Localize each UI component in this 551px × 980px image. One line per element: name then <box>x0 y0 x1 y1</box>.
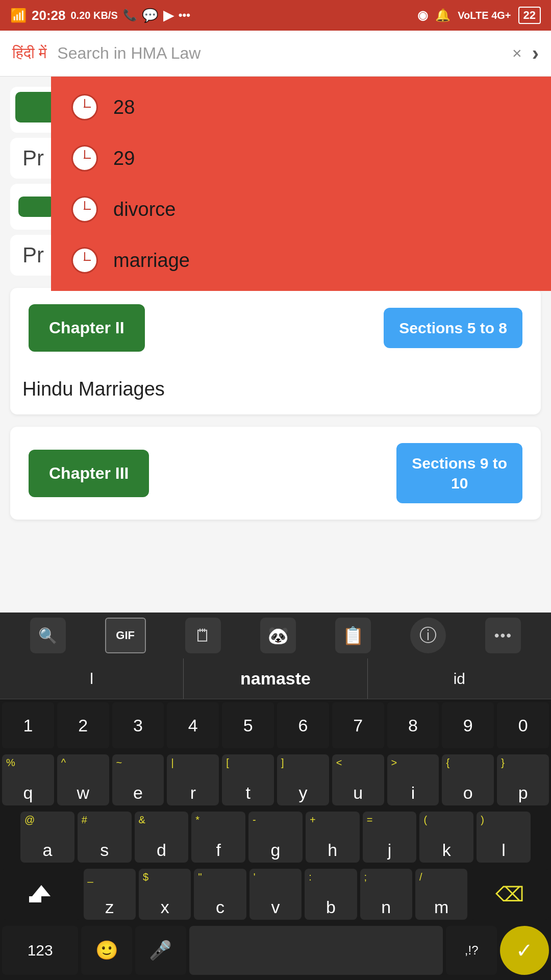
call-icon: 📞 <box>123 9 137 22</box>
key-0[interactable]: 0 <box>497 702 549 748</box>
chapter-iii-header-row: Chapter III Sections 9 to10 <box>10 427 541 520</box>
key-o[interactable]: {o <box>442 754 494 805</box>
key-n[interactable]: ;n <box>360 869 412 920</box>
key-e[interactable]: ~e <box>112 754 164 805</box>
panda-toolbar-icon[interactable]: 🐼 <box>260 618 296 653</box>
more-icon: ••• <box>179 9 190 22</box>
shift-key[interactable] <box>2 869 81 920</box>
suggestion-28[interactable]: 28 <box>51 82 551 133</box>
bluetooth-icon: ◉ <box>417 8 428 22</box>
key-v[interactable]: 'v <box>249 869 302 920</box>
mic-key[interactable]: 🎤 <box>135 926 186 975</box>
qwerty-row: %q ^w ~e |r [t ]y <u >i {o }p <box>0 751 551 808</box>
keyboard-toolbar: 🔍 GIF 🗒 🐼 📋 ⓘ ••• <box>0 612 551 658</box>
chapter-ii-header-row: Chapter II Sections 5 to 8 <box>10 288 541 368</box>
info-toolbar-icon[interactable]: ⓘ <box>410 618 446 653</box>
sticker-toolbar-icon[interactable]: 🗒 <box>185 618 221 653</box>
key-y[interactable]: ]y <box>277 754 329 805</box>
key-g[interactable]: -g <box>248 812 303 863</box>
key-7[interactable]: 7 <box>332 702 384 748</box>
youtube-icon: ▶ <box>163 8 173 23</box>
key-t[interactable]: [t <box>222 754 274 805</box>
sections-9-button[interactable]: Sections 9 to10 <box>396 443 522 503</box>
key-d[interactable]: &d <box>135 812 189 863</box>
num123-key[interactable]: 123 <box>2 926 78 975</box>
suggestion-29[interactable]: 29 <box>51 133 551 184</box>
speed-indicator: 0.20 KB/S <box>71 10 118 21</box>
key-3[interactable]: 3 <box>112 702 164 748</box>
backspace-key[interactable]: ⌫ <box>470 869 549 920</box>
hindi-toggle[interactable]: हिंदी में <box>12 44 47 62</box>
key-z[interactable]: _z <box>84 869 136 920</box>
key-k[interactable]: (k <box>419 812 473 863</box>
status-right: ◉ 🔔 VoLTE 4G+ 22 <box>417 7 541 24</box>
key-w[interactable]: ^w <box>57 754 109 805</box>
battery-icon: 22 <box>518 7 541 24</box>
partial-text: Pr <box>22 146 44 170</box>
key-j[interactable]: =j <box>363 812 417 863</box>
key-c[interactable]: "c <box>194 869 246 920</box>
suggestions-row: l namaste id <box>0 658 551 699</box>
suggestion-marriage[interactable]: marriage <box>51 235 551 286</box>
signal-icon: 📶 <box>10 8 27 23</box>
alarm-icon: 🔔 <box>435 8 450 22</box>
clock-icon-4 <box>71 247 98 274</box>
key-f[interactable]: *f <box>191 812 245 863</box>
search-input[interactable]: Search in HMA Law <box>57 44 502 63</box>
key-h[interactable]: +h <box>306 812 360 863</box>
signal-4g-icon: VoLTE 4G+ <box>458 10 511 21</box>
zxcv-row: _z $x "c 'v :b ;n /m ⌫ <box>0 866 551 923</box>
key-l[interactable]: )l <box>477 812 531 863</box>
suggestion-29-text[interactable]: 29 <box>113 148 135 169</box>
sections-5-8-button[interactable]: Sections 5 to 8 <box>384 308 522 348</box>
suggestion-divorce-text[interactable]: divorce <box>113 199 176 220</box>
more-toolbar-icon[interactable]: ••• <box>485 618 521 653</box>
clipboard-toolbar-icon[interactable]: 📋 <box>335 618 371 653</box>
suggestion-divorce[interactable]: divorce <box>51 184 551 235</box>
key-2[interactable]: 2 <box>57 702 109 748</box>
clear-search-button[interactable]: × <box>512 44 522 63</box>
key-b[interactable]: :b <box>305 869 357 920</box>
clock-icon-3 <box>71 196 98 223</box>
chapter-ii-button[interactable]: Chapter II <box>29 304 145 352</box>
search-toolbar-icon[interactable]: 🔍 <box>30 618 66 653</box>
chapter-iii-card[interactable]: Chapter III Sections 9 to10 <box>10 427 541 520</box>
key-a[interactable]: @a <box>20 812 74 863</box>
key-4[interactable]: 4 <box>167 702 219 748</box>
suggestion-28-text[interactable]: 28 <box>113 96 135 118</box>
chapter-ii-card[interactable]: Chapter II Sections 5 to 8 Hindu Marriag… <box>10 288 541 414</box>
suggestion-right[interactable]: id <box>368 658 551 699</box>
key-r[interactable]: |r <box>167 754 219 805</box>
search-dropdown: 28 29 divorce marriage <box>51 77 551 291</box>
search-bar: हिंदी में Search in HMA Law × › <box>0 31 551 77</box>
emoji-key[interactable]: 🙂 <box>81 926 132 975</box>
key-m[interactable]: /m <box>415 869 467 920</box>
key-9[interactable]: 9 <box>442 702 494 748</box>
clock-icon-1 <box>71 94 98 120</box>
punctuation-key[interactable]: ,!? <box>446 926 497 975</box>
key-x[interactable]: $x <box>139 869 191 920</box>
key-u[interactable]: <u <box>332 754 384 805</box>
key-5[interactable]: 5 <box>222 702 274 748</box>
key-p[interactable]: }p <box>497 754 549 805</box>
spacebar[interactable] <box>189 926 443 975</box>
done-key[interactable]: ✓ <box>500 926 549 975</box>
suggestion-left[interactable]: l <box>0 658 184 699</box>
key-s[interactable]: #s <box>78 812 132 863</box>
go-search-button[interactable]: › <box>532 42 539 65</box>
gif-toolbar-icon[interactable]: GIF <box>105 618 146 653</box>
status-left: 📶 20:28 0.20 KB/S 📞 💬 ▶ ••• <box>10 8 190 23</box>
suggestion-middle[interactable]: namaste <box>184 658 367 699</box>
number-row: 1 2 3 4 5 6 7 8 9 0 <box>0 699 551 751</box>
status-bar: 📶 20:28 0.20 KB/S 📞 💬 ▶ ••• ◉ 🔔 VoLTE 4G… <box>0 0 551 31</box>
key-6[interactable]: 6 <box>277 702 329 748</box>
key-q[interactable]: %q <box>2 754 54 805</box>
key-8[interactable]: 8 <box>387 702 439 748</box>
key-1[interactable]: 1 <box>2 702 54 748</box>
key-i[interactable]: >i <box>387 754 439 805</box>
partial-text-2: Pr <box>22 243 44 267</box>
suggestion-marriage-text[interactable]: marriage <box>113 250 190 272</box>
partial-chapter-btn-2 <box>18 197 55 217</box>
messenger-icon: 💬 <box>142 8 158 23</box>
chapter-iii-button[interactable]: Chapter III <box>29 450 149 497</box>
